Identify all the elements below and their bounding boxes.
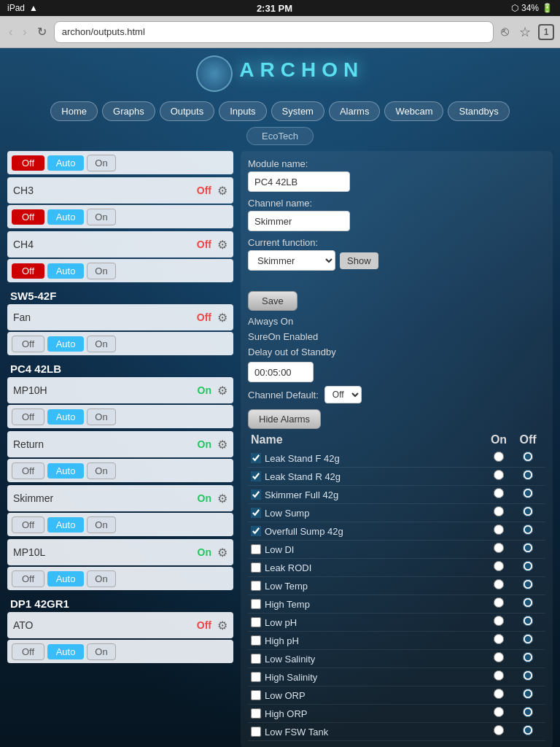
alarm-check-leak-rodi[interactable] bbox=[251, 562, 261, 573]
delay-time-input[interactable] bbox=[248, 362, 314, 382]
skimmer-on-button[interactable]: On bbox=[87, 516, 116, 533]
alarm-on-high-orp[interactable] bbox=[494, 707, 504, 717]
alarm-off-leak-rodi[interactable] bbox=[523, 561, 533, 571]
mp10l-on-button[interactable]: On bbox=[87, 570, 116, 587]
top-on-button[interactable]: On bbox=[87, 155, 116, 171]
alarm-off-low-ph[interactable] bbox=[523, 616, 533, 626]
alarm-off-low-sump[interactable] bbox=[523, 506, 533, 516]
nav-outputs[interactable]: Outputs bbox=[160, 101, 215, 121]
hide-alarms-button[interactable]: Hide Alarms bbox=[248, 409, 321, 429]
mp10h-on-button[interactable]: On bbox=[87, 409, 116, 425]
nav-ecotech[interactable]: EcoTech bbox=[246, 127, 314, 145]
alarm-on-low-salinity[interactable] bbox=[494, 652, 504, 662]
skimmer-gear-icon[interactable]: ⚙ bbox=[217, 492, 228, 506]
mp10h-auto-button[interactable]: Auto bbox=[47, 409, 84, 425]
share-button[interactable]: ⎋ bbox=[498, 23, 512, 41]
alarm-check-low-sump[interactable] bbox=[251, 508, 261, 518]
ch3-off-button[interactable]: Off bbox=[12, 209, 44, 225]
forward-button[interactable]: › bbox=[20, 23, 29, 42]
mp10h-off-button[interactable]: Off bbox=[12, 409, 44, 425]
module-name-input[interactable] bbox=[248, 171, 350, 192]
alarm-check-low-ph[interactable] bbox=[251, 617, 261, 627]
channel-default-select[interactable]: Off On bbox=[324, 386, 362, 403]
ato-on-button[interactable]: On bbox=[87, 643, 116, 660]
alarm-check-high-orp[interactable] bbox=[251, 708, 261, 719]
alarm-check-high-temp[interactable] bbox=[251, 599, 261, 609]
tab-count[interactable]: 1 bbox=[538, 24, 554, 40]
nav-alarms[interactable]: Alarms bbox=[329, 101, 380, 121]
alarm-off-high-ph[interactable] bbox=[523, 634, 533, 644]
skimmer-off-button[interactable]: Off bbox=[12, 516, 44, 533]
alarm-on-skimmer-full[interactable] bbox=[494, 488, 504, 498]
ch3-on-button[interactable]: On bbox=[87, 209, 116, 225]
return-gear-icon[interactable]: ⚙ bbox=[217, 438, 228, 452]
current-function-select[interactable]: Skimmer Return Fan MP10H MP10L bbox=[248, 250, 335, 271]
alarm-check-low-fsw[interactable] bbox=[251, 727, 261, 737]
alarm-on-low-ph[interactable] bbox=[494, 616, 504, 626]
alarm-off-low-orp[interactable] bbox=[523, 689, 533, 699]
nav-home[interactable]: Home bbox=[50, 101, 98, 121]
alarm-check-low-orp[interactable] bbox=[251, 690, 261, 700]
fan-gear-icon[interactable]: ⚙ bbox=[217, 311, 228, 325]
mp10h-gear-icon[interactable]: ⚙ bbox=[217, 384, 228, 398]
alarm-check-low-salinity[interactable] bbox=[251, 654, 261, 664]
top-auto-button[interactable]: Auto bbox=[47, 155, 84, 171]
ch4-on-button[interactable]: On bbox=[87, 263, 116, 279]
alarm-check-overfull-sump[interactable] bbox=[251, 526, 261, 536]
back-button[interactable]: ‹ bbox=[6, 23, 15, 42]
alarm-off-high-orp[interactable] bbox=[523, 707, 533, 717]
alarm-check-high-ph[interactable] bbox=[251, 635, 261, 646]
save-button[interactable]: Save bbox=[248, 291, 298, 311]
ato-gear-icon[interactable]: ⚙ bbox=[217, 619, 228, 632]
alarm-check-leak-stand-f[interactable] bbox=[251, 453, 261, 463]
ato-off-button[interactable]: Off bbox=[12, 643, 44, 660]
alarm-check-leak-stand-r[interactable] bbox=[251, 471, 261, 481]
alarm-check-high-salinity[interactable] bbox=[251, 672, 261, 682]
return-off-button[interactable]: Off bbox=[12, 462, 44, 479]
url-input[interactable] bbox=[54, 21, 494, 43]
alarm-off-overfull-sump[interactable] bbox=[523, 525, 533, 535]
ato-auto-button[interactable]: Auto bbox=[47, 644, 84, 659]
alarm-off-high-temp[interactable] bbox=[523, 597, 533, 608]
alarm-on-low-fsw[interactable] bbox=[494, 725, 504, 735]
fan-off-button[interactable]: Off bbox=[12, 336, 44, 352]
top-off-button[interactable]: Off bbox=[12, 155, 44, 171]
nav-webcam[interactable]: Webcam bbox=[384, 101, 443, 121]
alarm-on-leak-stand-f[interactable] bbox=[494, 452, 504, 462]
alarm-on-high-ph[interactable] bbox=[494, 634, 504, 644]
alarm-on-low-temp[interactable] bbox=[494, 579, 504, 589]
alarm-off-low-fsw[interactable] bbox=[523, 725, 533, 735]
alarm-off-leak-stand-f[interactable] bbox=[523, 452, 533, 462]
alarm-off-leak-stand-r[interactable] bbox=[523, 470, 533, 480]
nav-system[interactable]: System bbox=[271, 101, 324, 121]
mp10l-gear-icon[interactable]: ⚙ bbox=[217, 546, 228, 560]
ch4-auto-button[interactable]: Auto bbox=[47, 263, 84, 279]
alarm-check-low-di[interactable] bbox=[251, 544, 261, 554]
show-button[interactable]: Show bbox=[340, 252, 378, 269]
mp10l-auto-button[interactable]: Auto bbox=[47, 571, 84, 587]
alarm-on-high-salinity[interactable] bbox=[494, 670, 504, 681]
alarm-off-low-temp[interactable] bbox=[523, 579, 533, 589]
alarm-off-high-salinity[interactable] bbox=[523, 670, 533, 681]
alarm-on-overfull-sump[interactable] bbox=[494, 525, 504, 535]
bookmark-button[interactable]: ☆ bbox=[516, 23, 534, 42]
alarm-off-skimmer-full[interactable] bbox=[523, 488, 533, 498]
alarm-on-low-orp[interactable] bbox=[494, 689, 504, 699]
return-on-button[interactable]: On bbox=[87, 462, 116, 479]
ch4-off-button[interactable]: Off bbox=[12, 263, 44, 279]
fan-on-button[interactable]: On bbox=[87, 336, 116, 352]
nav-graphs[interactable]: Graphs bbox=[102, 101, 155, 121]
ch3-gear-icon[interactable]: ⚙ bbox=[217, 184, 228, 198]
alarm-on-low-di[interactable] bbox=[494, 543, 504, 553]
alarm-on-high-temp[interactable] bbox=[494, 597, 504, 608]
alarm-check-low-temp[interactable] bbox=[251, 581, 261, 591]
ch4-gear-icon[interactable]: ⚙ bbox=[217, 238, 228, 252]
alarm-off-low-salinity[interactable] bbox=[523, 652, 533, 662]
reload-button[interactable]: ↻ bbox=[34, 22, 50, 42]
nav-standbys[interactable]: Standbys bbox=[448, 101, 509, 121]
alarm-on-leak-stand-r[interactable] bbox=[494, 470, 504, 480]
channel-name-input[interactable] bbox=[248, 211, 350, 231]
alarm-on-low-sump[interactable] bbox=[494, 506, 504, 516]
ch3-auto-button[interactable]: Auto bbox=[47, 209, 84, 225]
alarm-on-leak-rodi[interactable] bbox=[494, 561, 504, 571]
